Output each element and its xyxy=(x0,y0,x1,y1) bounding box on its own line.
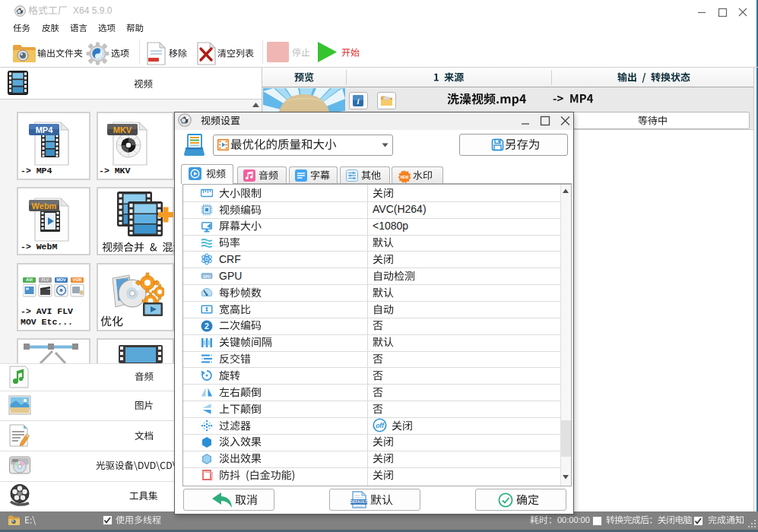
svg-text:2: 2 xyxy=(205,321,209,331)
svg-text:MOV: MOV xyxy=(56,277,66,282)
svg-text:VOB: VOB xyxy=(73,277,82,282)
svg-text:AVI: AVI xyxy=(26,277,33,282)
svg-text:MP4: MP4 xyxy=(36,125,54,135)
svg-text:GPU: GPU xyxy=(203,275,211,279)
svg-text:Webm: Webm xyxy=(32,201,57,211)
svg-text:FLV: FLV xyxy=(42,277,49,282)
svg-text:NEW: NEW xyxy=(401,176,409,179)
svg-text:MKV: MKV xyxy=(113,125,132,135)
svg-text:off: off xyxy=(376,422,385,429)
svg-text:DEFAULT: DEFAULT xyxy=(350,500,368,504)
